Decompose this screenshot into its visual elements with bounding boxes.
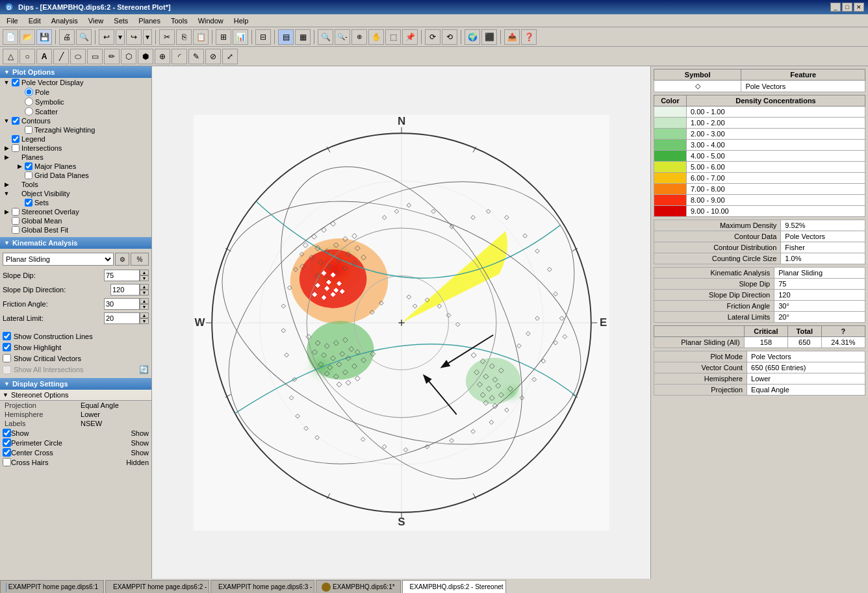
menu-help[interactable]: Help [229,16,254,26]
refresh-icon[interactable]: 🔄 [139,365,149,374]
save-btn[interactable]: 💾 [36,29,52,45]
slope-dip-down[interactable]: ▼ [140,275,149,281]
slope-dip-dir-up[interactable]: ▲ [140,284,149,290]
lateral-limit-up[interactable]: ▲ [140,312,149,318]
tab-0[interactable]: EXAMPPIT home page.dips6:1 [0,580,104,593]
menu-edit[interactable]: Edit [23,16,46,26]
radio-scatter[interactable] [25,107,33,116]
cb-grid-data-planes[interactable] [25,171,32,179]
copy-btn[interactable]: ⎘ [176,29,192,45]
tree-global-best-fit[interactable]: Global Best Fit [0,225,151,234]
draw-freeform[interactable]: ✏ [104,49,120,64]
print-preview-btn[interactable]: 🔍 [76,29,92,45]
kinematic-analysis-header[interactable]: ▼ Kinematic Analysis [0,237,151,249]
tree-global-mean[interactable]: Global Mean [0,216,151,225]
lateral-limit-input[interactable] [104,312,140,324]
tab-4[interactable]: EXAMPBHQ.dips6:2 - Stereonet Pl... [402,580,506,593]
cb-center-cross[interactable] [3,448,11,457]
stereonet-options-section[interactable]: ▼ Stereonet Options [0,390,151,401]
cb-cross-hairs[interactable] [3,458,11,466]
menu-file[interactable]: File [1,16,23,26]
tab-2[interactable]: EXAMPPIT home page.dips6:3 - R... [211,580,314,593]
open-btn[interactable]: 📂 [19,29,35,45]
undo-drop-btn[interactable]: ▾ [116,29,125,45]
draw-move[interactable]: ⤢ [222,49,238,64]
export-btn[interactable]: 📤 [504,29,520,45]
menu-analysis[interactable]: Analysis [46,16,83,26]
draw-text[interactable]: A [36,49,52,64]
menu-sets[interactable]: Sets [108,16,133,26]
tree-object-visibility[interactable]: ▼ Object Visibility [0,189,151,198]
tree-major-planes[interactable]: ▶ Major Planes [0,162,151,171]
menu-tools[interactable]: Tools [166,16,193,26]
tree-planes[interactable]: ▶ Planes [0,153,151,162]
cb-show-critical[interactable] [3,354,11,362]
cb-show-all-intersections[interactable] [3,366,11,374]
radio-symbolic[interactable] [25,97,33,106]
pan-btn[interactable]: ✋ [368,29,384,45]
cb-global-mean[interactable] [12,217,19,225]
redo-btn[interactable]: ↪ [126,29,142,45]
kin-percent-btn[interactable]: % [131,253,149,266]
globe-btn[interactable]: 🌍 [465,29,480,45]
cut-btn[interactable]: ✂ [159,29,175,45]
menu-window[interactable]: Window [193,16,229,26]
hemisphere-btn[interactable]: ⬛ [481,29,497,45]
tree-stereonet-overlay[interactable]: ▶ Stereonet Overlay [0,207,151,216]
plot-options-header[interactable]: ▼ Plot Options [0,66,151,78]
draw-target[interactable]: ⊕ [155,49,170,64]
cb-perimeter-circle[interactable] [3,438,11,447]
chart-btn[interactable]: 📊 [233,29,248,45]
table-btn[interactable]: ⊞ [216,29,231,45]
slope-dip-up[interactable]: ▲ [140,270,149,275]
cb-show-highlight[interactable] [3,343,11,351]
tree-legend[interactable]: Legend [0,134,151,144]
tab-1[interactable]: EXAMPPIT home page.dips6:2 - St... [105,580,209,593]
minimize-btn[interactable]: _ [830,3,841,12]
tab-3[interactable]: EXAMPBHQ.dips6:1* [316,580,401,593]
tree-pole[interactable]: Pole [0,87,151,97]
friction-angle-input[interactable] [104,298,140,310]
cb-terzaghi[interactable] [25,126,32,134]
undo-btn[interactable]: ↩ [99,29,114,45]
rotate2-btn[interactable]: ⟲ [442,29,457,45]
cb-major-planes[interactable] [25,162,32,170]
kin-config-btn[interactable]: ⚙ [115,253,129,266]
slope-dip-dir-down[interactable]: ▼ [140,290,149,296]
toggle-btn[interactable]: ▤ [278,29,294,45]
cb-global-best-fit[interactable] [12,226,19,234]
zoom-out-btn[interactable]: 🔍- [335,29,350,45]
cb-intersections[interactable] [12,144,19,152]
draw-edit[interactable]: ✎ [188,49,204,64]
draw-hexagon[interactable]: ⬢ [138,49,153,64]
maximize-btn[interactable]: □ [842,3,852,12]
draw-polygon[interactable]: ⬡ [121,49,136,64]
tree-tools[interactable]: ▶ Tools [0,180,151,189]
lateral-limit-down[interactable]: ▼ [140,318,149,324]
redo-drop-btn[interactable]: ▾ [143,29,152,45]
select-btn[interactable]: ⬚ [385,29,401,45]
draw-arc[interactable]: ◜ [172,49,187,64]
cb-legend[interactable] [12,135,19,143]
friction-angle-down[interactable]: ▼ [140,304,149,310]
rotate-btn[interactable]: ⟳ [425,29,440,45]
zoom-reset-btn[interactable]: ⊕ [351,29,367,45]
cb-show-construction[interactable] [3,332,11,340]
tree-intersections[interactable]: ▶ Intersections [0,144,151,153]
tree-pole-vector-display[interactable]: ▼ Pole Vector Display [0,78,151,87]
draw-eraser[interactable]: ⊘ [205,49,221,64]
draw-triangle[interactable]: △ [3,49,18,64]
paste-btn[interactable]: 📋 [193,29,209,45]
tree-scatter[interactable]: Scatter [0,107,151,116]
radio-pole[interactable] [25,88,33,96]
slope-dip-dir-input[interactable] [110,284,140,296]
tree-symbolic[interactable]: Symbolic [0,97,151,107]
slope-dip-input[interactable] [104,270,140,281]
cb-pole-vector-display[interactable] [12,79,19,86]
draw-circle[interactable]: ○ [19,49,35,64]
tree-contours[interactable]: ▼ Contours [0,116,151,125]
menu-view[interactable]: View [83,16,109,26]
friction-angle-up[interactable]: ▲ [140,298,149,304]
zoom-in-btn[interactable]: 🔍 [318,29,333,45]
datatips-btn[interactable]: 📌 [402,29,418,45]
